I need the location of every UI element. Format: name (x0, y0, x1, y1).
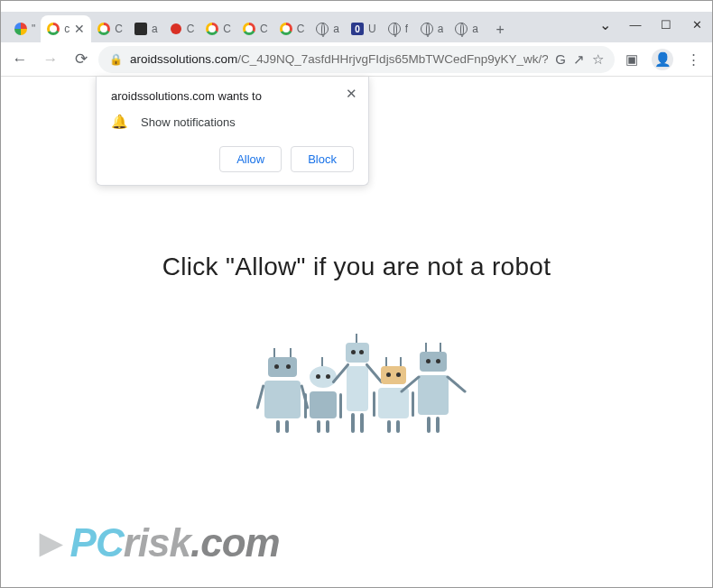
robot-2 (310, 366, 337, 433)
globe-icon (387, 22, 402, 36)
share-icon[interactable]: ↗ (573, 46, 585, 73)
tab-strip: " c✕ C a C C C C a 0U f a a + ⌄ — ☐ ✕ (1, 12, 712, 42)
google-icon (14, 22, 28, 36)
toolbar: ← → ⟳ 🔒 aroidssolutions.com/C_4J9NQ_7asf… (1, 42, 712, 77)
tab-10[interactable]: f (382, 15, 414, 42)
blue-icon: 0 (350, 22, 365, 36)
allow-button[interactable]: Allow (219, 146, 282, 172)
robot-5 (418, 352, 449, 433)
titlebar (1, 1, 712, 12)
prompt-title: aroidssolutions.com wants to (111, 89, 354, 103)
page-headline: Click "Allow" if you are not a robot (162, 253, 551, 281)
avatar-icon: 👤 (652, 49, 673, 70)
page-content: Click "Allow" if you are not a robot (1, 77, 712, 588)
tab-3[interactable]: a (128, 15, 163, 42)
globe-icon (454, 22, 468, 36)
address-bar[interactable]: 🔒 aroidssolutions.com/C_4J9NQ_7asfdHHrjv… (98, 46, 615, 73)
notification-permission-prompt: ✕ aroidssolutions.com wants to 🔔 Show no… (96, 77, 369, 186)
tab-title: c (64, 23, 69, 35)
new-tab-button[interactable]: + (487, 17, 513, 42)
tab-title: U (368, 23, 376, 35)
robots-illustration (212, 298, 501, 433)
tab-title: C (223, 23, 231, 35)
bell-icon: 🔔 (111, 114, 128, 130)
chrome-icon (97, 22, 111, 36)
lock-icon[interactable]: 🔒 (109, 53, 123, 66)
red-icon (169, 22, 183, 36)
close-icon[interactable]: ✕ (73, 23, 86, 35)
tab-0[interactable]: " (8, 15, 41, 42)
tab-overflow-button[interactable]: ⌄ (589, 12, 620, 37)
tab-title: a (152, 23, 158, 35)
robot-1 (264, 357, 301, 433)
tab-5[interactable]: C (199, 15, 236, 42)
minimize-button[interactable]: — (620, 12, 651, 37)
tab-title: C (260, 23, 268, 35)
maximize-button[interactable]: ☐ (651, 12, 681, 37)
block-button[interactable]: Block (291, 146, 354, 172)
tab-2[interactable]: C (91, 15, 128, 42)
tab-9[interactable]: 0U (345, 15, 382, 42)
tab-title: a (438, 23, 444, 35)
tab-title: C (115, 23, 123, 35)
reload-button[interactable]: ⟳ (68, 46, 95, 73)
tab-title: a (472, 23, 478, 35)
tab-title: C (297, 23, 305, 35)
forward-button[interactable]: → (37, 46, 64, 73)
tab-12[interactable]: a (449, 15, 484, 42)
tab-title: C (187, 23, 195, 35)
chrome-icon (46, 22, 60, 36)
tab-8[interactable]: a (310, 15, 345, 42)
prompt-close-button[interactable]: ✕ (343, 86, 359, 102)
back-button[interactable]: ← (6, 46, 33, 73)
globe-icon (315, 22, 329, 36)
globe-icon (420, 22, 434, 36)
bookmark-star-icon[interactable]: ☆ (592, 46, 604, 73)
dark-icon (134, 22, 148, 36)
tab-4[interactable]: C (163, 15, 200, 42)
tab-title: a (333, 23, 339, 35)
tab-title: " (32, 23, 35, 35)
chrome-icon (279, 22, 293, 36)
menu-button[interactable]: ⋮ (680, 46, 707, 73)
watermark-logo: ►PCrisk.com (32, 520, 280, 565)
reader-mode-icon[interactable]: ▣ (618, 46, 645, 73)
tab-11[interactable]: a (414, 15, 449, 42)
chrome-icon (242, 22, 256, 36)
tab-7[interactable]: C (273, 15, 310, 42)
prompt-permission-row: 🔔 Show notifications (111, 114, 354, 130)
prompt-permission-label: Show notifications (141, 115, 236, 129)
tab-1-active[interactable]: c✕ (41, 15, 91, 42)
tab-title: f (405, 23, 408, 35)
tab-6[interactable]: C (236, 15, 273, 42)
prompt-buttons: Allow Block (111, 146, 354, 172)
chrome-icon (205, 22, 219, 36)
url-text: aroidssolutions.com/C_4J9NQ_7asfdHHrjvgF… (130, 52, 548, 66)
google-search-icon[interactable]: G (555, 46, 566, 73)
close-window-button[interactable]: ✕ (681, 12, 712, 37)
window-controls: ⌄ — ☐ ✕ (589, 12, 712, 41)
robot-4 (378, 366, 409, 433)
robot-3 (346, 343, 369, 433)
profile-avatar[interactable]: 👤 (649, 46, 676, 73)
